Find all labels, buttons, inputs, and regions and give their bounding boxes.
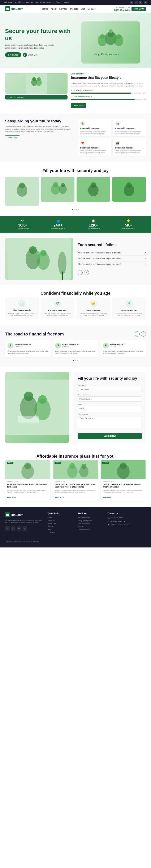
gallery-dot-2[interactable] [74, 209, 75, 210]
footer-instagram-icon[interactable]: in [17, 526, 22, 531]
footer-link-home[interactable]: Home [48, 517, 73, 519]
footer-link-about[interactable]: About Us [48, 520, 73, 522]
footer-service-1[interactable]: Risk Assessment [78, 517, 103, 519]
accordion-item-3[interactable]: What are some unique Insurance slogan ex… [78, 261, 146, 267]
nav-blog[interactable]: Blog [81, 8, 85, 10]
stat-1: 🛡 30K+ Complete Projects [16, 219, 30, 229]
blog-read-more-1[interactable]: Read More [7, 496, 16, 499]
footer-link-blog[interactable]: Blog [48, 529, 73, 530]
service-title-4: Secure Coverage [114, 309, 144, 311]
phone-field-group: Phone Number [78, 394, 142, 402]
stat-icon-2: 👥 [51, 219, 65, 222]
safe-card-desc-4: Lorem ipsum dolor sit amet consectetur a… [115, 150, 144, 154]
watch-video-button[interactable]: ▶ Watch Video [23, 53, 39, 57]
email-label: Email [78, 404, 142, 405]
location-icon: 📍 [107, 524, 110, 526]
hero-buttons: Get Started ▶ Watch Video [5, 52, 75, 57]
blog-read-more-3[interactable]: Read More [103, 496, 111, 499]
twitter-icon[interactable]: t [135, 1, 138, 4]
footer-quick-links: Quick Links Home About Us Policy CTA Sec… [48, 513, 73, 534]
gallery-dot-3[interactable] [76, 209, 77, 210]
nav-about[interactable]: About [51, 8, 56, 10]
testimonial-dots [5, 360, 146, 361]
safe-card-icon-3: ❤️ [80, 141, 85, 146]
insurance-read-more-button[interactable]: Read More [71, 103, 86, 108]
blog-read-more-2[interactable]: Read More [55, 496, 64, 499]
footer-service-3[interactable]: Claims Coverage [78, 523, 103, 525]
footer-link-policy[interactable]: Policy CTA [48, 523, 73, 525]
youtube-icon[interactable]: y [144, 1, 147, 4]
stat-label-1: Complete Projects [16, 227, 30, 229]
trust-icon: 🤝 [89, 300, 97, 308]
insurance-subtitle: Best Insurance [71, 73, 146, 75]
name-input[interactable] [78, 387, 142, 392]
submit-button[interactable]: Submit Now [78, 433, 142, 439]
blog-post-title-2: Name You Can Trust in Insurance: With a … [55, 483, 96, 488]
contact-image [5, 372, 69, 443]
testimonial-3: E Esther Howard Customer " Lorem ipsum d… [101, 340, 146, 357]
logo-icon [5, 6, 10, 11]
footer-service-2[interactable]: Policy Management [78, 520, 103, 522]
svg-point-39 [24, 392, 33, 401]
safeguarding-read-more-button[interactable]: Read More [5, 135, 20, 140]
testimonial-next-button[interactable]: › [141, 332, 146, 337]
testi-dot-2[interactable] [75, 360, 76, 361]
testimonial-text-2: Lorem ipsum dolor sit amet consectetur, … [55, 350, 96, 354]
phone-label: Phone Number [78, 394, 142, 396]
get-quote-button[interactable]: Get a Quote [131, 7, 146, 11]
nav-contact[interactable]: Contact [88, 8, 95, 10]
blog-tag-3: Admin [102, 462, 109, 464]
testimonial-prev-button[interactable]: ‹ [135, 332, 140, 337]
author-name-1: Esther Howard [15, 344, 28, 346]
gallery-item-2 [41, 177, 75, 202]
instagram-icon[interactable]: in [139, 1, 142, 4]
confident-section: Confident financially while you age 📊 Pl… [0, 285, 151, 326]
gallery-dot-4[interactable] [78, 209, 79, 210]
footer-service-5[interactable]: Leading Projects [78, 529, 103, 530]
footer-link-leadership[interactable]: Leadership [48, 531, 73, 533]
service-title-2: Protective Insurance [43, 309, 73, 311]
road-title: The road to financial freedom [5, 331, 64, 337]
footer-link-secure[interactable]: Secure [48, 526, 73, 527]
message-label: Your Message [78, 413, 142, 415]
nav-links: Home About Services Projects Blog Contac… [42, 8, 95, 10]
safe-card-4: 💼 Rune Solid Insurance Lorem ipsum dolor… [113, 138, 146, 156]
accordion-item-1[interactable]: What are some unique Insurance slogan ex… [78, 250, 146, 256]
footer-youtube-icon[interactable]: y [23, 526, 27, 531]
avatar-1: E [7, 343, 13, 348]
nav-home[interactable]: Home [42, 8, 48, 10]
testi-dot-3[interactable] [77, 360, 78, 361]
gallery-dot-1[interactable] [72, 209, 73, 210]
topbar-phone: (800) 555-8321 [56, 1, 69, 3]
safeguarding-desc: Lorem ipsum dolor sit amet consectetur a… [5, 125, 73, 133]
author-name-3: Esther Howard [110, 344, 123, 346]
nav-services[interactable]: Services [59, 8, 67, 10]
stat-num-3: 12K+ [86, 223, 100, 227]
footer-facebook-icon[interactable]: f [5, 526, 10, 531]
accordion-item-2[interactable]: What are some unique Insurance slogan ex… [78, 256, 146, 261]
svg-point-34 [37, 251, 40, 255]
blog-image-1: Admin [5, 460, 50, 479]
accordion-next-button[interactable]: › [84, 270, 89, 275]
message-textarea[interactable] [78, 416, 142, 428]
avatar-3: E [103, 343, 109, 348]
insurance-left: 📞 500+ Contact Now Best Insurance Insura… [5, 73, 146, 108]
testi-dot-1[interactable] [73, 360, 74, 361]
get-started-button[interactable]: Get Started [5, 52, 21, 57]
footer-twitter-icon[interactable]: t [11, 526, 15, 531]
quote-mark-3: " [124, 343, 126, 348]
safeguarding-title: Safeguarding your future today [5, 119, 73, 124]
nav-projects[interactable]: Projects [70, 8, 78, 10]
stat-label-2: Complete Projects [51, 227, 65, 229]
footer-phone: 📞 +001 (23) 45 678 [107, 517, 146, 519]
bar-fast-label: Fast Response Insurance [71, 89, 146, 92]
blog-excerpt-3: Insurance updated one of the most compre… [103, 489, 144, 493]
footer-service-4[interactable]: Secure [78, 526, 103, 527]
facebook-icon[interactable]: f [130, 1, 133, 4]
email-input[interactable] [78, 406, 142, 411]
phone-input[interactable] [78, 397, 142, 402]
blog-body-3: October 10, 2024 Quality Coverage and Ex… [101, 479, 146, 501]
accordion-prev-button[interactable]: ‹ [78, 270, 83, 275]
footer-logo-icon [5, 513, 10, 517]
blog-body-2: October 10, 2024 Name You Can Trust in I… [53, 479, 98, 501]
